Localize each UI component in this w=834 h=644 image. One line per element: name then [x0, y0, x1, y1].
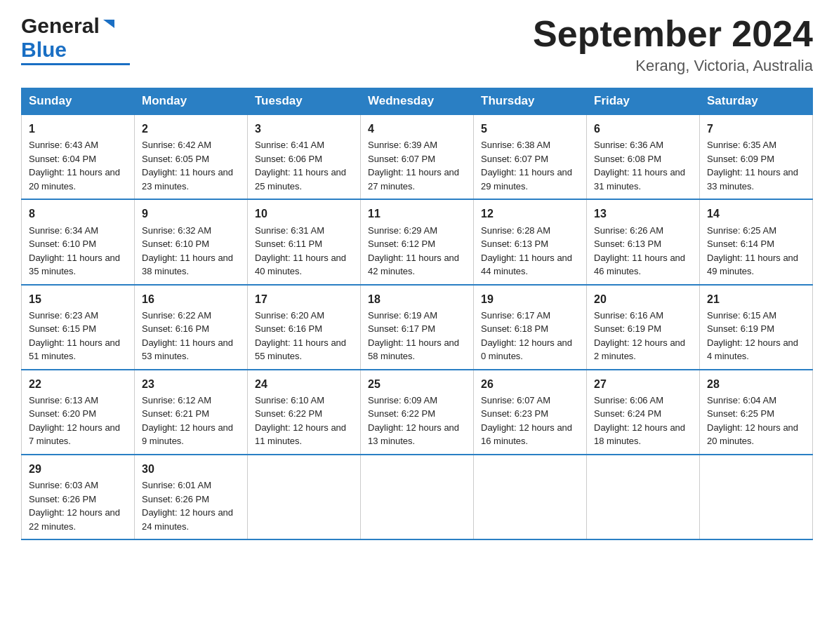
- day-info: Sunrise: 6:39 AMSunset: 6:07 PMDaylight:…: [368, 138, 466, 193]
- calendar-week-row: 15Sunrise: 6:23 AMSunset: 6:15 PMDayligh…: [22, 285, 813, 370]
- calendar-cell: 4Sunrise: 6:39 AMSunset: 6:07 PMDaylight…: [361, 114, 474, 199]
- day-info: Sunrise: 6:13 AMSunset: 6:20 PMDaylight:…: [29, 394, 127, 448]
- day-info: Sunrise: 6:41 AMSunset: 6:06 PMDaylight:…: [255, 138, 353, 193]
- day-info: Sunrise: 6:06 AMSunset: 6:24 PMDaylight:…: [594, 394, 692, 448]
- day-number: 21: [707, 291, 805, 307]
- calendar-cell: [361, 455, 474, 539]
- day-number: 6: [594, 121, 692, 137]
- calendar-cell: [474, 455, 587, 539]
- day-number: 9: [142, 206, 240, 222]
- weekday-header-wednesday: Wednesday: [361, 88, 474, 115]
- calendar-cell: 13Sunrise: 6:26 AMSunset: 6:13 PMDayligh…: [587, 199, 700, 284]
- calendar-cell: 8Sunrise: 6:34 AMSunset: 6:10 PMDaylight…: [22, 199, 135, 284]
- day-number: 14: [707, 206, 805, 222]
- day-number: 8: [29, 206, 127, 222]
- calendar-cell: 5Sunrise: 6:38 AMSunset: 6:07 PMDaylight…: [474, 114, 587, 199]
- day-number: 10: [255, 206, 353, 222]
- day-number: 1: [29, 121, 127, 137]
- weekday-header-thursday: Thursday: [474, 88, 587, 115]
- calendar-week-row: 29Sunrise: 6:03 AMSunset: 6:26 PMDayligh…: [22, 455, 813, 539]
- day-number: 19: [481, 291, 579, 307]
- day-info: Sunrise: 6:09 AMSunset: 6:22 PMDaylight:…: [368, 394, 466, 448]
- calendar-cell: 24Sunrise: 6:10 AMSunset: 6:22 PMDayligh…: [248, 370, 361, 455]
- weekday-header-sunday: Sunday: [22, 88, 135, 115]
- day-number: 4: [368, 121, 466, 137]
- calendar-cell: 2Sunrise: 6:42 AMSunset: 6:05 PMDaylight…: [135, 114, 248, 199]
- calendar-cell: 30Sunrise: 6:01 AMSunset: 6:26 PMDayligh…: [135, 455, 248, 539]
- day-info: Sunrise: 6:01 AMSunset: 6:26 PMDaylight:…: [142, 478, 240, 533]
- calendar-cell: 26Sunrise: 6:07 AMSunset: 6:23 PMDayligh…: [474, 370, 587, 455]
- calendar-cell: 12Sunrise: 6:28 AMSunset: 6:13 PMDayligh…: [474, 199, 587, 284]
- calendar-table: SundayMondayTuesdayWednesdayThursdayFrid…: [21, 88, 813, 540]
- calendar-cell: 25Sunrise: 6:09 AMSunset: 6:22 PMDayligh…: [361, 370, 474, 455]
- day-number: 2: [142, 121, 240, 137]
- location-subtitle: Kerang, Victoria, Australia: [533, 57, 813, 75]
- day-number: 30: [142, 461, 240, 477]
- calendar-cell: 29Sunrise: 6:03 AMSunset: 6:26 PMDayligh…: [22, 455, 135, 539]
- day-number: 24: [255, 376, 353, 392]
- calendar-cell: 19Sunrise: 6:17 AMSunset: 6:18 PMDayligh…: [474, 285, 587, 370]
- month-title: September 2024: [533, 14, 813, 54]
- day-info: Sunrise: 6:26 AMSunset: 6:13 PMDaylight:…: [594, 224, 692, 279]
- calendar-cell: 14Sunrise: 6:25 AMSunset: 6:14 PMDayligh…: [700, 199, 813, 284]
- logo-general-text: General: [21, 14, 100, 38]
- calendar-cell: [248, 455, 361, 539]
- calendar-cell: 6Sunrise: 6:36 AMSunset: 6:08 PMDaylight…: [587, 114, 700, 199]
- calendar-cell: [700, 455, 813, 539]
- day-info: Sunrise: 6:28 AMSunset: 6:13 PMDaylight:…: [481, 224, 579, 279]
- day-info: Sunrise: 6:10 AMSunset: 6:22 PMDaylight:…: [255, 394, 353, 448]
- day-info: Sunrise: 6:17 AMSunset: 6:18 PMDaylight:…: [481, 309, 579, 363]
- day-info: Sunrise: 6:31 AMSunset: 6:11 PMDaylight:…: [255, 224, 353, 279]
- calendar-cell: 1Sunrise: 6:43 AMSunset: 6:04 PMDaylight…: [22, 114, 135, 199]
- day-info: Sunrise: 6:20 AMSunset: 6:16 PMDaylight:…: [255, 309, 353, 363]
- day-number: 13: [594, 206, 692, 222]
- day-info: Sunrise: 6:38 AMSunset: 6:07 PMDaylight:…: [481, 138, 579, 193]
- day-info: Sunrise: 6:12 AMSunset: 6:21 PMDaylight:…: [142, 394, 240, 448]
- day-info: Sunrise: 6:34 AMSunset: 6:10 PMDaylight:…: [29, 224, 127, 279]
- calendar-cell: 7Sunrise: 6:35 AMSunset: 6:09 PMDaylight…: [700, 114, 813, 199]
- calendar-cell: 20Sunrise: 6:16 AMSunset: 6:19 PMDayligh…: [587, 285, 700, 370]
- day-info: Sunrise: 6:42 AMSunset: 6:05 PMDaylight:…: [142, 138, 240, 193]
- day-info: Sunrise: 6:32 AMSunset: 6:10 PMDaylight:…: [142, 224, 240, 279]
- calendar-week-row: 8Sunrise: 6:34 AMSunset: 6:10 PMDaylight…: [22, 199, 813, 284]
- logo: General Blue: [21, 14, 130, 65]
- day-info: Sunrise: 6:03 AMSunset: 6:26 PMDaylight:…: [29, 478, 127, 533]
- day-number: 12: [481, 206, 579, 222]
- calendar-cell: 17Sunrise: 6:20 AMSunset: 6:16 PMDayligh…: [248, 285, 361, 370]
- weekday-header-tuesday: Tuesday: [248, 88, 361, 115]
- calendar-cell: 18Sunrise: 6:19 AMSunset: 6:17 PMDayligh…: [361, 285, 474, 370]
- calendar-cell: 22Sunrise: 6:13 AMSunset: 6:20 PMDayligh…: [22, 370, 135, 455]
- logo-underline: [21, 63, 130, 65]
- day-info: Sunrise: 6:07 AMSunset: 6:23 PMDaylight:…: [481, 394, 579, 448]
- weekday-header-monday: Monday: [135, 88, 248, 115]
- day-number: 25: [368, 376, 466, 392]
- calendar-cell: 15Sunrise: 6:23 AMSunset: 6:15 PMDayligh…: [22, 285, 135, 370]
- calendar-cell: 27Sunrise: 6:06 AMSunset: 6:24 PMDayligh…: [587, 370, 700, 455]
- day-number: 29: [29, 461, 127, 477]
- weekday-header-row: SundayMondayTuesdayWednesdayThursdayFrid…: [22, 88, 813, 115]
- day-info: Sunrise: 6:04 AMSunset: 6:25 PMDaylight:…: [707, 394, 805, 448]
- day-number: 27: [594, 376, 692, 392]
- calendar-cell: [587, 455, 700, 539]
- calendar-week-row: 22Sunrise: 6:13 AMSunset: 6:20 PMDayligh…: [22, 370, 813, 455]
- day-number: 5: [481, 121, 579, 137]
- calendar-cell: 3Sunrise: 6:41 AMSunset: 6:06 PMDaylight…: [248, 114, 361, 199]
- day-number: 17: [255, 291, 353, 307]
- calendar-week-row: 1Sunrise: 6:43 AMSunset: 6:04 PMDaylight…: [22, 114, 813, 199]
- calendar-cell: 9Sunrise: 6:32 AMSunset: 6:10 PMDaylight…: [135, 199, 248, 284]
- weekday-header-friday: Friday: [587, 88, 700, 115]
- calendar-cell: 28Sunrise: 6:04 AMSunset: 6:25 PMDayligh…: [700, 370, 813, 455]
- day-info: Sunrise: 6:43 AMSunset: 6:04 PMDaylight:…: [29, 138, 127, 193]
- day-number: 11: [368, 206, 466, 222]
- day-info: Sunrise: 6:22 AMSunset: 6:16 PMDaylight:…: [142, 309, 240, 363]
- day-number: 7: [707, 121, 805, 137]
- day-number: 26: [481, 376, 579, 392]
- day-info: Sunrise: 6:36 AMSunset: 6:08 PMDaylight:…: [594, 138, 692, 193]
- day-number: 18: [368, 291, 466, 307]
- day-number: 16: [142, 291, 240, 307]
- day-number: 3: [255, 121, 353, 137]
- day-info: Sunrise: 6:35 AMSunset: 6:09 PMDaylight:…: [707, 138, 805, 193]
- title-block: September 2024 Kerang, Victoria, Austral…: [533, 14, 813, 75]
- calendar-cell: 10Sunrise: 6:31 AMSunset: 6:11 PMDayligh…: [248, 199, 361, 284]
- day-info: Sunrise: 6:15 AMSunset: 6:19 PMDaylight:…: [707, 309, 805, 363]
